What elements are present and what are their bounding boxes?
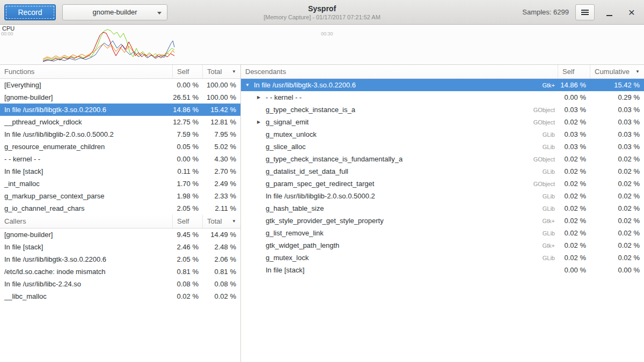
self-percent: 26.51 % [173,93,203,101]
self-percent: 0.02 % [558,192,590,200]
table-row[interactable]: __pthread_rwlock_rdlock12.75 %12.81 % [0,116,240,128]
descendant-name-cell: ▼In file /usr/lib/libgtk-3.so.0.2200.6Gt… [241,81,558,89]
function-name: In file [stack] [0,243,173,251]
table-row[interactable]: [gnome-builder]26.51 %100.00 % [0,91,240,104]
tree-row[interactable]: g_param_spec_get_redirect_targetGObject0… [241,178,644,190]
tree-row[interactable]: gtk_widget_path_lengthGtk+0.02 %0.02 % [241,239,644,252]
self-percent: 12.75 % [173,118,203,126]
table-row[interactable]: /etc/ld.so.cache: inode mismatch0.81 %0.… [0,265,240,278]
column-header-callers[interactable]: Callers [0,215,173,228]
column-header-cumulative[interactable]: Cumulative ▼ [590,65,644,78]
library-badge: GLib [537,230,558,237]
record-button[interactable]: Record [4,4,56,20]
table-row[interactable]: In file /usr/lib/libgtk-3.so.0.2200.62.0… [0,253,240,265]
self-percent: 1.70 % [173,180,203,188]
function-name: [gnome-builder] [0,93,173,101]
menu-button[interactable] [575,4,595,20]
table-row[interactable]: In file [stack]2.46 %2.48 % [0,241,240,253]
table-row[interactable]: g_markup_parse_context_parse1.98 %2.33 % [0,190,240,202]
cpu-trace-orange [43,44,174,59]
close-button[interactable]: × [624,4,640,20]
tree-row[interactable]: ▶g_signal_emitGObject0.02 %0.03 % [241,116,644,128]
expander-collapsed-icon[interactable]: ▶ [257,95,266,100]
column-header-total-label: Total [207,68,222,76]
self-percent: 2.05 % [173,255,203,263]
cumulative-percent: 0.02 % [590,167,644,175]
tree-row[interactable]: ▶- - kernel - -0.00 %0.29 % [241,91,644,104]
total-percent: 15.42 % [203,106,240,114]
library-badge: GObject [528,107,558,113]
samples-count: Samples: 6299 [522,8,569,16]
table-row[interactable]: [Everything]0.00 %100.00 % [0,79,240,91]
table-row[interactable]: In file /usr/lib/libc-2.24.so0.08 %0.08 … [0,278,240,290]
cpu-graph[interactable]: CPU 00:00 00:30 [0,25,644,65]
tree-row[interactable]: gtk_style_provider_get_style_propertyGtk… [241,215,644,227]
descendant-name: gtk_style_provider_get_style_property [266,217,384,225]
callers-header-row: Callers Self Total ▼ [0,215,240,228]
process-selector[interactable]: gnome-builder [62,4,167,20]
column-header-self[interactable]: Self [558,65,590,78]
tree-row[interactable]: g_hash_table_sizeGLib0.02 %0.02 % [241,202,644,215]
table-row[interactable]: In file /usr/lib/libglib-2.0.so.0.5000.2… [0,128,240,141]
column-header-self[interactable]: Self [173,215,203,228]
table-row[interactable]: In file /usr/lib/libgtk-3.so.0.2200.614.… [0,104,240,116]
column-header-cumulative-label: Cumulative [595,68,630,76]
table-row[interactable]: In file [stack]0.11 %2.70 % [0,165,240,178]
tree-row[interactable]: In file [stack]0.00 %0.00 % [241,264,644,276]
tree-row[interactable]: g_type_check_instance_is_aGObject0.03 %0… [241,104,644,116]
cumulative-percent: 15.42 % [590,81,644,89]
descendant-name-cell: gtk_widget_path_lengthGtk+ [241,241,558,249]
function-name: [gnome-builder] [0,231,173,239]
tree-row[interactable]: g_list_remove_linkGLib0.02 %0.02 % [241,227,644,239]
tree-row[interactable]: g_datalist_id_set_data_fullGLib0.02 %0.0… [241,165,644,178]
cumulative-percent: 0.02 % [590,241,644,249]
table-row[interactable]: __libc_malloc0.02 %0.02 % [0,290,240,302]
minimize-button[interactable] [601,4,617,20]
total-percent: 2.49 % [203,180,240,188]
library-badge: GLib [537,255,558,261]
tree-row[interactable]: g_type_check_instance_is_fundamentally_a… [241,153,644,165]
column-header-total[interactable]: Total ▼ [203,215,240,228]
total-percent: 2.06 % [203,255,240,263]
table-row[interactable]: [gnome-builder]9.45 %14.49 % [0,228,240,241]
cumulative-percent: 0.02 % [590,155,644,163]
descendant-name: g_signal_emit [266,118,309,126]
minimize-icon [606,15,612,16]
column-header-self[interactable]: Self [173,65,203,78]
headerbar-right: Samples: 6299 × [522,4,640,20]
table-row[interactable]: _int_malloc1.70 %2.49 % [0,178,240,190]
total-percent: 4.30 % [203,155,240,163]
tree-row[interactable]: ▼In file /usr/lib/libgtk-3.so.0.2200.6Gt… [241,79,644,91]
callers-list: [gnome-builder]9.45 %14.49 %In file [sta… [0,228,240,362]
function-name: /etc/ld.so.cache: inode mismatch [0,268,173,276]
total-percent: 2.11 % [203,204,240,212]
expander-collapsed-icon[interactable]: ▶ [257,120,266,124]
table-row[interactable]: - - kernel - -0.00 %4.30 % [0,153,240,165]
total-percent: 100.00 % [203,81,240,89]
cumulative-percent: 0.02 % [590,217,644,225]
column-header-functions[interactable]: Functions [0,65,173,78]
library-badge: GLib [537,205,558,212]
self-percent: 1.98 % [173,192,203,200]
total-percent: 2.48 % [203,243,240,251]
tree-row[interactable]: In file /usr/lib/libglib-2.0.so.0.5000.2… [241,190,644,202]
self-percent: 0.05 % [173,143,203,151]
descendant-name-cell: g_mutex_unlockGLib [241,130,558,138]
column-header-descendants[interactable]: Descendants [241,65,558,78]
tree-row[interactable]: g_mutex_lockGLib0.02 %0.02 % [241,252,644,264]
library-badge: Gtk+ [537,82,558,88]
table-row[interactable]: g_resource_enumerate_children0.05 %5.02 … [0,141,240,153]
library-badge: GLib [537,193,558,200]
self-percent: 0.08 % [173,280,203,288]
library-badge: GObject [528,181,558,187]
app-title: Sysprof [308,4,336,13]
functions-header-row: Functions Self Total ▼ [0,65,240,79]
self-percent: 2.05 % [173,204,203,212]
hamburger-icon [581,12,589,13]
total-percent: 100.00 % [203,93,240,101]
expander-expanded-icon[interactable]: ▼ [245,83,254,87]
table-row[interactable]: g_io_channel_read_chars2.05 %2.11 % [0,202,240,215]
column-header-total[interactable]: Total ▼ [203,65,240,78]
tree-row[interactable]: g_mutex_unlockGLib0.03 %0.03 % [241,128,644,141]
tree-row[interactable]: g_slice_allocGLib0.03 %0.03 % [241,141,644,153]
